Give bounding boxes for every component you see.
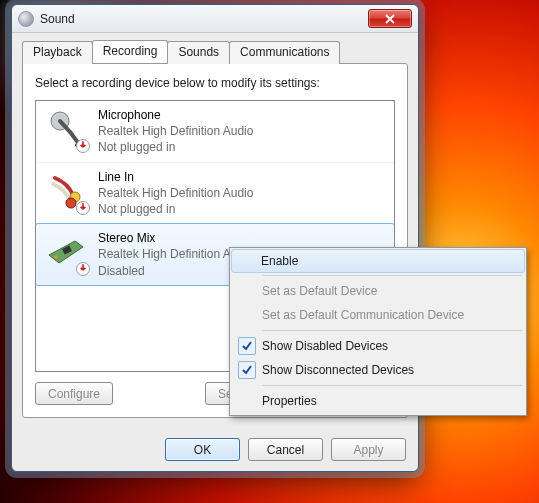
device-name: Stereo Mix bbox=[98, 230, 253, 246]
menu-separator bbox=[262, 330, 522, 331]
line-in-icon bbox=[44, 169, 88, 213]
sound-card-icon bbox=[44, 230, 88, 274]
device-text: Microphone Realtek High Definition Audio… bbox=[98, 107, 253, 156]
device-subtitle: Realtek High Definition Audio bbox=[98, 123, 253, 139]
device-microphone[interactable]: Microphone Realtek High Definition Audio… bbox=[36, 101, 394, 163]
menu-show-disconnected[interactable]: Show Disconnected Devices bbox=[232, 358, 524, 382]
checkmark-icon bbox=[238, 337, 256, 355]
device-status: Not plugged in bbox=[98, 139, 253, 155]
device-name: Line In bbox=[98, 169, 253, 185]
menu-set-default-device[interactable]: Set as Default Device bbox=[232, 279, 524, 303]
menu-enable[interactable]: Enable bbox=[231, 249, 525, 273]
apply-button[interactable]: Apply bbox=[331, 438, 406, 461]
menu-properties[interactable]: Properties bbox=[232, 389, 524, 413]
menu-set-default-comm-device[interactable]: Set as Default Communication Device bbox=[232, 303, 524, 327]
tab-communications[interactable]: Communications bbox=[229, 41, 340, 64]
menu-separator bbox=[262, 385, 522, 386]
svg-point-3 bbox=[66, 198, 76, 208]
configure-button[interactable]: Configure bbox=[35, 382, 113, 405]
tab-sounds[interactable]: Sounds bbox=[167, 41, 230, 64]
tab-recording[interactable]: Recording bbox=[92, 40, 169, 63]
device-line-in[interactable]: Line In Realtek High Definition Audio No… bbox=[36, 163, 394, 225]
close-icon bbox=[385, 14, 395, 24]
menu-show-disabled[interactable]: Show Disabled Devices bbox=[232, 334, 524, 358]
sound-icon bbox=[18, 11, 34, 27]
device-name: Microphone bbox=[98, 107, 253, 123]
close-button[interactable] bbox=[368, 9, 412, 28]
menu-label: Show Disconnected Devices bbox=[262, 363, 414, 377]
svg-point-5 bbox=[54, 255, 58, 259]
tab-playback[interactable]: Playback bbox=[22, 41, 93, 64]
device-text: Line In Realtek High Definition Audio No… bbox=[98, 169, 253, 218]
titlebar[interactable]: Sound bbox=[12, 5, 418, 33]
tab-strip: Playback Recording Sounds Communications bbox=[22, 41, 408, 64]
panel-heading: Select a recording device below to modif… bbox=[35, 76, 395, 90]
menu-label: Show Disabled Devices bbox=[262, 339, 388, 353]
cancel-button[interactable]: Cancel bbox=[248, 438, 323, 461]
microphone-icon bbox=[44, 107, 88, 151]
status-badge-icon bbox=[76, 139, 90, 153]
device-status: Not plugged in bbox=[98, 201, 253, 217]
device-subtitle: Realtek High Definition Audio bbox=[98, 185, 253, 201]
ok-button[interactable]: OK bbox=[165, 438, 240, 461]
status-badge-icon bbox=[76, 201, 90, 215]
menu-separator bbox=[262, 275, 522, 276]
checkmark-icon bbox=[238, 361, 256, 379]
status-badge-icon bbox=[76, 262, 90, 276]
window-title: Sound bbox=[40, 12, 368, 26]
dialog-button-row: OK Cancel Apply bbox=[12, 428, 418, 471]
context-menu: Enable Set as Default Device Set as Defa… bbox=[229, 247, 527, 416]
